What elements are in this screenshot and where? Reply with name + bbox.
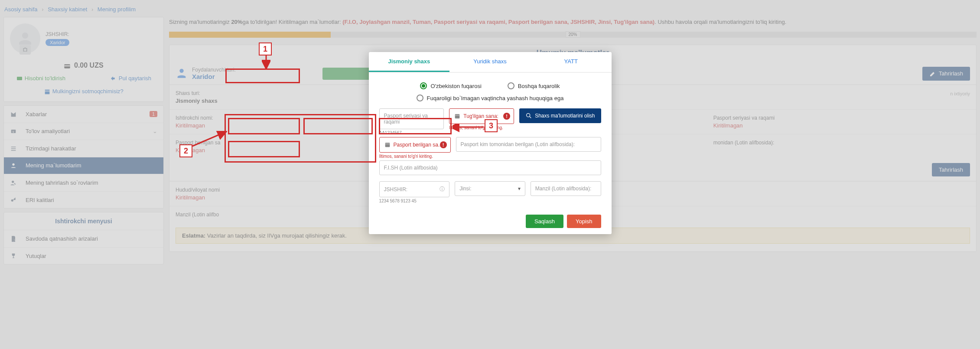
passport-hint: AA1234567: [379, 130, 444, 135]
document-icon: [10, 235, 20, 242]
search-icon: [525, 112, 532, 119]
topup-link[interactable]: Hisobni to'ldirish: [16, 75, 65, 82]
svg-rect-11: [385, 143, 390, 147]
sidebar-item-applications[interactable]: Savdoda qatnashish arizalari: [4, 230, 163, 247]
chevron-down-icon: ⌄: [153, 128, 157, 134]
sidebar-item-payments[interactable]: $ To'lov amaliyotlari ⌄: [4, 123, 163, 140]
svg-point-6: [12, 180, 14, 183]
money-icon: $: [10, 128, 20, 135]
user-icon: [176, 67, 192, 80]
shop-icon: [44, 88, 51, 95]
sell-property-link[interactable]: Mulkingizni sotmoqchimisiz?: [4, 86, 163, 101]
field-value: Kiritilmagan: [713, 122, 970, 129]
svg-point-8: [179, 69, 183, 73]
birthdate-input[interactable]: Tug'ilgan sana: !: [449, 108, 514, 124]
sidebar-item-keys[interactable]: ERI kalitlari: [4, 191, 163, 209]
key-icon: [10, 196, 20, 204]
balance-amount: 0.00 UZS: [74, 62, 104, 69]
wallet-icon: [16, 75, 23, 82]
edit-button[interactable]: Tahrirlash: [922, 67, 970, 81]
sidebar-item-label: To'lov amaliyotlari: [26, 128, 70, 134]
radio-stateless[interactable]: Fuqaroligi bo`lmagan vaqtincha yashash h…: [417, 95, 564, 101]
breadcrumb-cabinet[interactable]: Shaxsiy kabinet: [48, 6, 87, 13]
svg-rect-2: [17, 77, 22, 80]
error-icon: !: [503, 113, 510, 120]
svg-point-10: [527, 114, 530, 117]
sidebar-section-title: Ishtirokchi menyusi: [4, 212, 163, 230]
edit-person-icon: [10, 179, 20, 186]
jshshir-label: JSHSHIR:: [46, 31, 69, 37]
sidebar-item-label: Tizimdagi harakatlar: [26, 145, 76, 152]
optional-hint: n ixtiyoriy: [950, 91, 970, 96]
issued-date-input[interactable]: Pasport berilgan sa... !: [379, 137, 451, 153]
badge-count: 1: [150, 111, 157, 117]
radio-icon: [508, 82, 514, 89]
radio-uz-citizen[interactable]: O'zbekiston fuqarosi: [420, 82, 481, 89]
save-button[interactable]: Saqlash: [526, 215, 563, 228]
svg-point-5: [12, 163, 14, 166]
breadcrumb: Asosiy sahifa › Shaxsiy kabinet › Mening…: [3, 3, 977, 17]
user-type-value: Xaridor: [192, 73, 236, 80]
sidebar-item-label: Mening ma`lumotlarim: [26, 162, 81, 169]
person-icon: [10, 162, 20, 170]
gender-select[interactable]: Jinsi:▾: [455, 181, 525, 196]
fullname-input[interactable]: F.I.SH (Lotin alifbosida): [379, 160, 601, 175]
passport-input[interactable]: Pasport seriyasi va raqami: [379, 108, 444, 129]
list-icon: [10, 145, 20, 152]
tab-legal[interactable]: Yuridik shaxs: [449, 52, 531, 72]
birthdate-error: Iltimos, sanani to'g'ri kiriting.: [449, 125, 514, 130]
help-icon[interactable]: ⓘ: [440, 186, 445, 193]
svg-point-7: [11, 199, 13, 202]
avatar[interactable]: [10, 23, 40, 54]
mail-icon: [10, 111, 20, 118]
field-label: monidan (Lotin alifbosida):: [713, 140, 970, 146]
error-icon: !: [440, 141, 447, 148]
person-data-modal: Jismoniy shaxs Yuridik shaxs YATT O'zbek…: [369, 52, 612, 234]
refund-link[interactable]: Pul qaytarish: [110, 75, 151, 82]
trophy-icon: [10, 252, 20, 260]
calendar-icon: [384, 141, 391, 148]
edit-button-2[interactable]: Tahrirlash: [932, 163, 970, 176]
field-label: Pasport seriyasi va raqami: [713, 115, 970, 121]
completion-banner: Sizning ma'lumotlaringiz 20%ga to'ldiril…: [169, 17, 977, 29]
breadcrumb-profile[interactable]: Mening profilim: [98, 6, 136, 13]
sidebar-item-activity[interactable]: Tizimdagi harakatlar: [4, 140, 163, 157]
sidebar-item-label: Savdoda qatnashish arizalari: [26, 235, 98, 242]
calendar-icon: [454, 113, 461, 120]
user-type-label: Foydalanuvchi turi:: [192, 67, 236, 73]
sidebar-item-messages[interactable]: Xabarlar 1: [4, 106, 163, 123]
breadcrumb-home[interactable]: Asosiy sahifa: [4, 6, 38, 13]
return-icon: [110, 75, 117, 82]
sidebar-item-wins[interactable]: Yutuqlar: [4, 247, 163, 264]
radio-other-citizen[interactable]: Boshqa fuqarolik: [508, 82, 560, 89]
jshshir-hint: 1234 5678 9123 45: [379, 199, 450, 203]
close-button[interactable]: Yopish: [567, 215, 601, 228]
issued-date-error: Iltimos, sanani to'g'ri kiriting.: [379, 154, 451, 159]
svg-rect-9: [455, 114, 460, 118]
radio-icon: [420, 82, 427, 89]
annotation-number-1: 1: [259, 42, 272, 55]
sidebar-item-label: Xabarlar: [26, 111, 47, 117]
address-input[interactable]: Manzil (Lotin alifbosida):: [531, 181, 601, 196]
progress-bar: 20%: [169, 32, 977, 38]
pencil-icon: [929, 70, 936, 77]
svg-rect-1: [65, 65, 70, 66]
tab-individual[interactable]: Jismoniy shaxs: [369, 52, 450, 72]
chevron-right-icon: ›: [42, 6, 43, 13]
annotation-number-2: 2: [179, 144, 192, 157]
svg-text:$: $: [13, 130, 14, 133]
sidebar-item-label: Yutuqlar: [26, 253, 46, 259]
sidebar-item-my-data[interactable]: Mening ma`lumotlarim: [4, 157, 163, 174]
get-person-data-button[interactable]: Shaxs ma'lumotlarini olish: [519, 108, 601, 123]
annotation-number-3: 3: [485, 119, 498, 132]
jshshir-input[interactable]: JSHSHIR:ⓘ: [379, 181, 450, 197]
sidebar-item-label: Mening tahrirlash so`rovlarim: [26, 179, 98, 186]
sidebar-item-edit-requests[interactable]: Mening tahrirlash so`rovlarim: [4, 174, 163, 191]
camera-icon[interactable]: [20, 45, 31, 55]
chevron-right-icon: ›: [91, 6, 93, 13]
issued-by-input[interactable]: Pasport kim tomonidan berilgan (Lotin al…: [456, 137, 601, 152]
tab-yatt[interactable]: YATT: [531, 52, 612, 72]
sidebar-item-label: ERI kalitlari: [26, 197, 54, 203]
role-badge: Xaridor: [46, 39, 69, 46]
chevron-down-icon: ▾: [518, 186, 521, 192]
